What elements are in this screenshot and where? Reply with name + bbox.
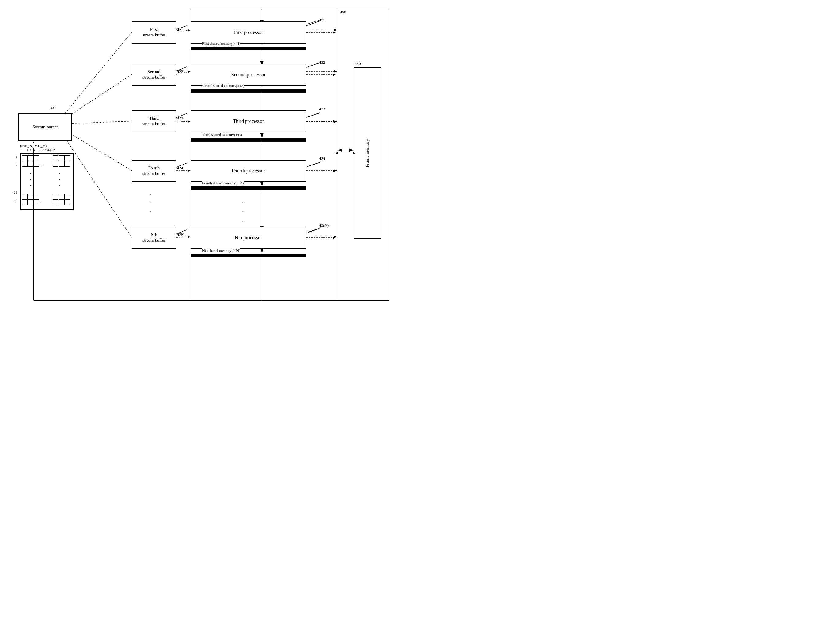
second-shared-mem-bar [191, 89, 306, 92]
ref-432: 432 [319, 60, 325, 65]
frame-memory-box: Frame memory [354, 67, 381, 239]
nth-processor-label: Nth processor [235, 235, 262, 241]
nth-processor-box: Nth processor [191, 227, 306, 249]
mb-coords-label: (MB_X, MB_Y) [20, 143, 46, 148]
third-processor-box: Third processor [191, 110, 306, 132]
svg-line-37 [308, 20, 320, 24]
vertical-dots-processors: ··· [242, 198, 244, 226]
ref-433: 433 [319, 107, 325, 112]
third-stream-buffer-box: Thirdstream buffer [132, 110, 176, 132]
fourth-stream-buffer-box: Fourthstream buffer [132, 160, 176, 182]
nth-stream-buffer-label: Nthstream buffer [142, 232, 166, 243]
stream-parser-label: Stream parser [32, 124, 58, 130]
fourth-processor-box: Fourth processor [191, 160, 306, 182]
fourth-stream-buffer-label: Fourthstream buffer [142, 166, 166, 177]
ref-423: 423 [177, 116, 183, 121]
first-processor-label: First processor [234, 29, 263, 36]
third-stream-buffer-label: Thirdstream buffer [142, 116, 166, 127]
frame-memory-label: Frame memory [365, 139, 371, 167]
ref-424: 424 [177, 166, 183, 171]
third-shared-mem-bar [191, 138, 306, 142]
ref-43N: 43(N) [319, 223, 329, 228]
first-stream-buffer-label: Firststream buffer [142, 27, 166, 38]
diagram-container: Stream parser 410 (MB_X, MB_Y) 123 ... 4… [0, 0, 416, 322]
first-processor-box: First processor [191, 21, 306, 43]
svg-line-41 [308, 228, 320, 232]
first-shared-mem-bar [191, 46, 306, 50]
svg-line-38 [308, 63, 320, 67]
ref-421: 421 [177, 27, 183, 32]
ref-422: 422 [177, 69, 183, 74]
third-shared-mem-label: Third shared memory(443) [202, 133, 242, 137]
second-stream-buffer-label: Secondstream buffer [142, 69, 166, 80]
ref-431: 431 [319, 18, 325, 23]
first-shared-mem-label: First shared memory(441) [202, 41, 240, 46]
second-processor-label: Second processor [231, 72, 266, 78]
fourth-shared-mem-label: Fourth shared memory(444) [202, 181, 244, 186]
second-shared-mem-label: second shared memory(442) [202, 84, 244, 88]
ref-460: 460 [340, 10, 346, 15]
svg-line-39 [308, 113, 320, 117]
nth-stream-buffer-box: Nthstream buffer [132, 227, 176, 249]
ref-450: 450 [355, 61, 361, 66]
stream-parser-box: Stream parser [18, 113, 72, 141]
svg-line-25 [176, 121, 191, 122]
second-processor-box: Second processor [191, 64, 306, 86]
nth-shared-mem-label: Nth shared memory(44N) [202, 249, 240, 253]
svg-line-40 [308, 163, 320, 166]
first-stream-buffer-box: Firststream buffer [132, 21, 176, 43]
fourth-shared-mem-bar [191, 186, 306, 190]
ref-410-label: 410 [51, 106, 57, 111]
third-processor-label: Third processor [233, 118, 264, 125]
fourth-processor-label: Fourth processor [232, 168, 265, 174]
nth-shared-mem-bar [191, 253, 306, 257]
ref-434: 434 [319, 156, 325, 161]
grid-diagram: 123 ... 434445 1 2 29 30 ... ··· [20, 153, 73, 210]
second-stream-buffer-box: Secondstream buffer [132, 64, 176, 86]
svg-line-18 [61, 32, 132, 118]
vertical-dots-buffers: ··· [150, 190, 151, 216]
ref-42N: 42N [177, 232, 184, 237]
